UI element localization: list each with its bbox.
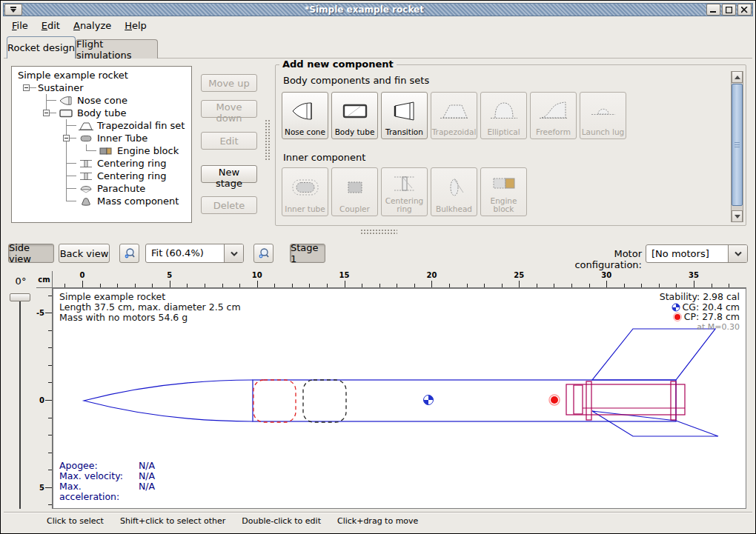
tree-item-centering-ring[interactable]: Centering ring: [16, 157, 191, 170]
menu-edit[interactable]: Edit: [35, 19, 67, 33]
maximize-button[interactable]: [722, 4, 736, 16]
menu-file[interactable]: File: [5, 19, 35, 33]
add-component-panel: Add new component Body components and fi…: [275, 64, 746, 226]
tree-item-inner-tube[interactable]: Inner Tube: [16, 132, 191, 144]
component-button-freeform[interactable]: Freeform: [530, 92, 577, 139]
component-button-nose-cone[interactable]: Nose cone: [282, 92, 328, 139]
scroll-up-button[interactable]: [732, 71, 743, 83]
stage-1-toggle[interactable]: Stage 1: [290, 244, 325, 263]
component-button-launch-lug[interactable]: Launch lug: [580, 92, 626, 139]
component-tree: Simple example rocketSustainerNose coneB…: [11, 66, 192, 223]
vertical-ruler: -505: [36, 288, 53, 509]
tree-item-label: Inner Tube: [96, 133, 147, 144]
tree-guide: [56, 195, 76, 207]
elliptical-fin-icon: [488, 94, 520, 128]
window-menu-icon: [10, 7, 17, 13]
rotation-angle-value: 0°: [8, 276, 33, 287]
tree-guide: [56, 119, 76, 132]
scrollbar-thumb[interactable]: [732, 84, 743, 206]
tree-item-parachute[interactable]: Parachute: [16, 182, 191, 195]
fin-upper-outline: [592, 329, 715, 380]
centering-ring-2-outline: [671, 381, 676, 420]
zoom-in-button[interactable]: [253, 244, 273, 263]
trapezoidal-fin-set-icon: [76, 120, 96, 132]
component-button-elliptical[interactable]: Elliptical: [480, 92, 527, 139]
component-button-bulkhead[interactable]: Bulkhead: [431, 167, 477, 216]
component-button-body-tube[interactable]: Body tube: [331, 92, 378, 139]
nose-cone-icon: [289, 94, 322, 128]
component-scrollbar[interactable]: [731, 71, 743, 222]
tree-item-engine-block[interactable]: Engine block: [16, 144, 191, 157]
tree-expander-icon[interactable]: [16, 81, 36, 94]
tab-flight-simulations[interactable]: Flight simulations: [76, 39, 158, 59]
component-button-label: Trapezoidal: [432, 128, 477, 136]
component-button-coupler[interactable]: Coupler: [331, 167, 378, 216]
menu-help[interactable]: Help: [118, 19, 153, 33]
tree-guide: [36, 119, 56, 132]
tree-item-nose-cone[interactable]: Nose cone: [16, 94, 191, 107]
tree-item-label: Sustainer: [36, 82, 84, 93]
mass-component-icon: [76, 196, 96, 207]
component-button-label: Nose cone: [285, 128, 325, 136]
tree-item-trapezoidal-fin-set[interactable]: Trapezoidal fin set: [16, 119, 191, 132]
tree-item-sustainer[interactable]: Sustainer: [16, 81, 191, 94]
motor-configuration-select[interactable]: [No motors]: [646, 244, 748, 263]
tree-item-label: Parachute: [96, 183, 145, 194]
tree-item-mass-component[interactable]: Mass component: [16, 195, 191, 207]
tree-expander-icon[interactable]: [56, 132, 76, 144]
zoom-level-value: Fit (60.4%): [146, 244, 224, 262]
tree-item-centering-ring[interactable]: Centering ring: [16, 170, 191, 182]
rocket-name: Simple example rocket: [59, 292, 241, 302]
vertical-splitter-handle[interactable]: [265, 119, 271, 161]
new-stage-button[interactable]: New stage: [201, 165, 257, 183]
zoom-level-select[interactable]: Fit (60.4%): [145, 244, 244, 263]
rotation-slider-handle[interactable]: [10, 293, 30, 301]
tree-expander-icon[interactable]: [36, 107, 56, 119]
launch-lug-icon: [587, 94, 620, 128]
back-view-button[interactable]: Back view: [59, 244, 110, 263]
motor-configuration-value: [No motors]: [646, 245, 728, 262]
component-button-label: Bulkhead: [436, 205, 472, 213]
delete-button[interactable]: Delete: [201, 196, 257, 214]
tree-guide: [16, 144, 36, 157]
edit-button[interactable]: Edit: [201, 132, 257, 150]
arrow-up-icon: [735, 73, 740, 79]
tree-item-simple-example-rocket[interactable]: Simple example rocket: [16, 69, 191, 81]
tree-item-body-tube[interactable]: Body tube: [16, 107, 191, 119]
component-button-transition[interactable]: Transition: [381, 92, 428, 139]
component-button-trapezoidal[interactable]: Trapezoidal: [431, 92, 477, 139]
component-button-inner-tube[interactable]: Inner tube: [282, 167, 328, 216]
cp-marker: [549, 395, 560, 405]
tree-guide: [36, 94, 56, 107]
tree-guide: [36, 195, 56, 207]
rocket-canvas[interactable]: Simple example rocket Length 37.5 cm, ma…: [53, 288, 746, 509]
ruler-unit-label: cm: [36, 271, 53, 288]
component-button-centering-ring[interactable]: Centering ring: [381, 167, 428, 216]
scroll-down-button[interactable]: [732, 210, 743, 222]
tree-item-label: Trapezoidal fin set: [96, 120, 185, 131]
motor-configuration-dropdown-button[interactable]: [728, 245, 747, 262]
component-button-label: Coupler: [339, 205, 370, 213]
engine-block-icon: [96, 145, 116, 157]
parachute-icon: [76, 183, 96, 195]
tree-guide: [56, 170, 76, 182]
move-up-button[interactable]: Move up: [201, 74, 257, 92]
minimize-button[interactable]: [706, 4, 720, 16]
window-menu-button[interactable]: [4, 4, 22, 16]
status-hint: Double-click to edit: [242, 516, 321, 526]
horizontal-splitter-handle[interactable]: [360, 229, 397, 235]
menu-analyze[interactable]: Analyze: [67, 19, 118, 33]
component-button-engine-block[interactable]: Engine block: [480, 167, 527, 216]
cp-icon: [673, 313, 682, 321]
side-view-button[interactable]: Side view: [8, 244, 54, 263]
zoom-out-button[interactable]: [119, 244, 139, 263]
close-button[interactable]: [737, 4, 752, 16]
inner-tube-icon: [289, 170, 322, 205]
tab-rocket-design[interactable]: Rocket design: [7, 36, 76, 59]
zoom-level-dropdown-button[interactable]: [224, 244, 243, 262]
titlebar[interactable]: *Simple example rocket: [3, 3, 753, 16]
component-button-label: Transition: [385, 128, 423, 136]
cp-value: CP: 27.8 cm: [684, 311, 740, 322]
rotation-slider-track[interactable]: [19, 296, 21, 509]
move-down-button[interactable]: Move down: [201, 100, 257, 118]
